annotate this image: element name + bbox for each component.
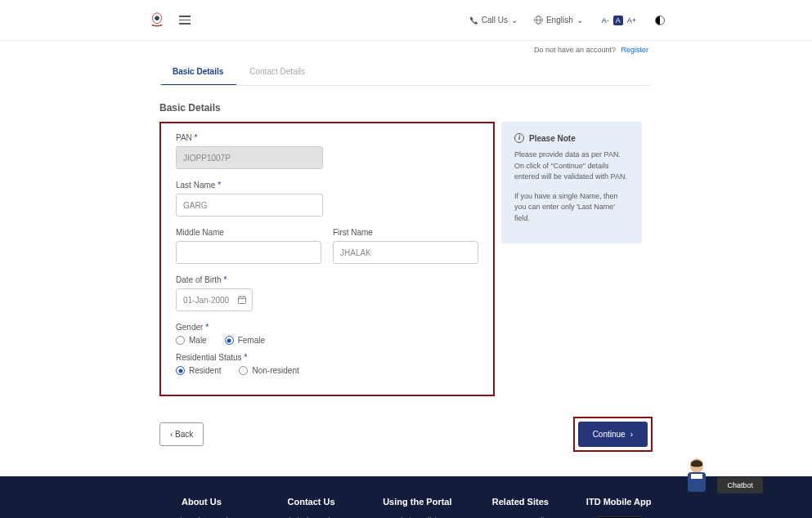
font-decrease[interactable]: A- xyxy=(599,16,612,25)
globe-icon xyxy=(534,16,543,25)
register-prompt: Do not have an account? Register xyxy=(0,41,812,59)
svg-point-1 xyxy=(155,16,159,20)
residential-label: Residential Status * xyxy=(176,353,478,362)
calendar-icon[interactable] xyxy=(237,295,247,305)
header: Call Us ⌄ English ⌄ A- A A+ xyxy=(0,0,812,41)
footer-contact-head: Contact Us xyxy=(280,497,343,507)
last-name-label: Last Name * xyxy=(176,181,478,190)
tab-contact-details[interactable]: Contact Details xyxy=(236,59,318,85)
footer-related-head: Related Sites xyxy=(492,497,549,507)
no-account-text: Do not have an account? xyxy=(534,46,616,54)
footer-about: About Us About the Portal History of Dir… xyxy=(161,497,243,518)
footer-mobile-app: ITD Mobile App Google play App Store xyxy=(586,497,652,518)
chatbot-label: Chatbot xyxy=(717,477,763,493)
gender-female-radio[interactable]: Female xyxy=(225,336,265,345)
contrast-toggle[interactable] xyxy=(655,16,665,25)
info-icon xyxy=(514,133,524,143)
gender-male-radio[interactable]: Male xyxy=(176,336,207,345)
registration-tabs: Basic Details Contact Details xyxy=(159,59,653,86)
nonresident-label: Non-resident xyxy=(252,366,298,375)
dob-label: Date of Birth * xyxy=(176,275,478,284)
chevron-down-icon: ⌄ xyxy=(576,16,583,25)
font-increase[interactable]: A+ xyxy=(625,16,639,25)
language-dropdown[interactable]: English ⌄ xyxy=(534,16,583,25)
phone-icon xyxy=(470,16,478,25)
svg-rect-5 xyxy=(239,297,246,303)
first-name-input[interactable] xyxy=(333,241,478,264)
resident-label: Resident xyxy=(189,366,221,375)
resident-radio[interactable]: Resident xyxy=(176,366,221,375)
section-title: Basic Details xyxy=(159,102,653,114)
font-size-controls: A- A A+ xyxy=(599,16,639,25)
please-note-panel: Please Note Please provide data as per P… xyxy=(501,122,642,243)
female-label: Female xyxy=(238,336,265,345)
basic-details-form: PAN * Last Name * Middle Name First Name xyxy=(159,122,495,396)
register-link[interactable]: Register xyxy=(621,46,648,54)
continue-button[interactable]: Continue › xyxy=(578,422,648,447)
middle-name-label: Middle Name xyxy=(176,228,321,237)
language-label: English xyxy=(546,16,573,25)
note-text-1: Please provide data as per PAN. On click… xyxy=(514,150,629,183)
pan-label: PAN * xyxy=(176,133,478,142)
nonresident-radio[interactable]: Non-resident xyxy=(239,366,298,375)
note-heading: Please Note xyxy=(529,134,576,143)
call-us-dropdown[interactable]: Call Us ⌄ xyxy=(470,16,518,25)
male-label: Male xyxy=(189,336,207,345)
back-button[interactable]: ‹ Back xyxy=(159,422,204,446)
svg-rect-11 xyxy=(691,474,702,479)
last-name-input[interactable] xyxy=(176,194,323,217)
middle-name-input[interactable] xyxy=(176,241,321,264)
chevron-down-icon: ⌄ xyxy=(511,16,518,25)
menu-toggle[interactable] xyxy=(179,16,191,25)
emblem-icon xyxy=(148,11,166,29)
gender-label: Gender * xyxy=(176,323,478,332)
note-text-2: If you have a single Name, then you can … xyxy=(514,191,629,225)
footer-portal-head: Using the Portal xyxy=(380,497,455,507)
footer-app-head: ITD Mobile App xyxy=(586,497,652,507)
footer-related: Related Sites Income Tax India NSDL TRAC… xyxy=(492,497,549,518)
site-logo[interactable] xyxy=(147,11,167,30)
chatbot-avatar-icon xyxy=(683,456,711,493)
footer-portal: Using the Portal Website Policies Access… xyxy=(380,497,455,518)
chatbot-widget[interactable]: Chatbot xyxy=(683,456,763,493)
footer-contact: Contact Us Helpdesk Numbers Grievances V… xyxy=(280,497,343,518)
first-name-label: First Name xyxy=(333,228,478,237)
call-us-label: Call Us xyxy=(482,16,508,25)
pan-input xyxy=(176,146,323,169)
font-normal[interactable]: A xyxy=(613,16,623,25)
tab-basic-details[interactable]: Basic Details xyxy=(159,59,236,86)
footer-about-head: About Us xyxy=(161,497,243,507)
